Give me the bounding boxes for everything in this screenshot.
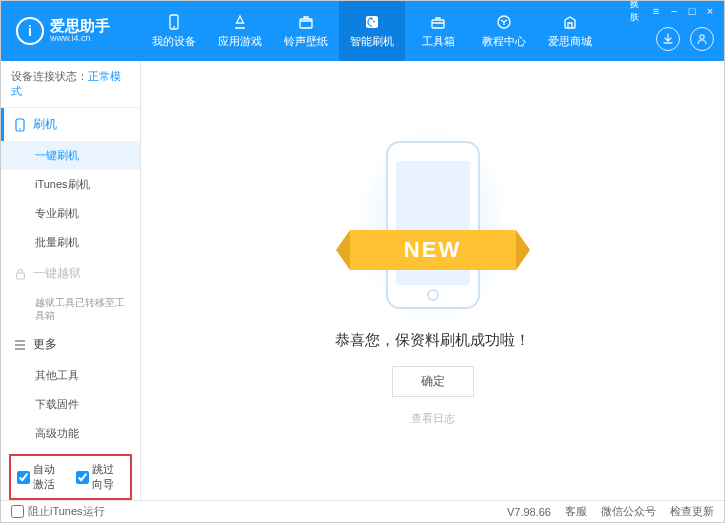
phone-icon: [13, 118, 27, 132]
jailbreak-note: 越狱工具已转移至工具箱: [1, 290, 140, 328]
download-icon[interactable]: [656, 27, 680, 51]
nav-4[interactable]: 工具箱: [405, 1, 471, 61]
success-message: 恭喜您，保资料刷机成功啦！: [335, 331, 530, 350]
window-controls: 换肤 ≡ − □ ×: [630, 4, 718, 18]
nav-6[interactable]: 爱思商城: [537, 1, 603, 61]
nav-icon-3: [362, 14, 382, 30]
brand-url: www.i4.cn: [50, 34, 110, 44]
footer: 阻止iTunes运行 V7.98.66 客服 微信公众号 检查更新: [1, 500, 724, 522]
nav-icon-1: [230, 14, 250, 30]
version-label: V7.98.66: [507, 506, 551, 518]
svg-point-6: [700, 35, 704, 39]
minimize-button[interactable]: −: [666, 4, 682, 18]
nav-3[interactable]: 智能刷机: [339, 1, 405, 61]
svg-rect-9: [16, 273, 24, 279]
sidebar-item-flash-0[interactable]: 一键刷机: [1, 141, 140, 170]
brand-name: 爱思助手: [50, 18, 110, 35]
sidebar-item-flash-3[interactable]: 批量刷机: [1, 228, 140, 257]
theme-button[interactable]: 换肤: [630, 4, 646, 18]
svg-rect-4: [432, 20, 444, 28]
section-more[interactable]: 更多: [1, 328, 140, 361]
checkbox-highlight-box: 自动激活 跳过向导: [9, 454, 132, 500]
nav-2[interactable]: 铃声壁纸: [273, 1, 339, 61]
update-link[interactable]: 检查更新: [670, 504, 714, 519]
nav-icon-0: [164, 14, 184, 30]
maximize-button[interactable]: □: [684, 4, 700, 18]
phone-illustration: NEW: [368, 135, 498, 315]
sidebar-item-more-2[interactable]: 高级功能: [1, 419, 140, 448]
main-content: NEW 恭喜您，保资料刷机成功啦！ 确定 查看日志: [141, 61, 724, 500]
ok-button[interactable]: 确定: [392, 366, 474, 397]
sidebar-item-flash-1[interactable]: iTunes刷机: [1, 170, 140, 199]
header: i 爱思助手 www.i4.cn 我的设备应用游戏铃声壁纸智能刷机工具箱教程中心…: [1, 1, 724, 61]
svg-point-8: [19, 128, 21, 130]
logo-area: i 爱思助手 www.i4.cn: [1, 17, 141, 45]
support-link[interactable]: 客服: [565, 504, 587, 519]
lock-icon: [13, 268, 27, 280]
sidebar: 设备连接状态：正常模式 刷机 一键刷机iTunes刷机专业刷机批量刷机 一键越狱…: [1, 61, 141, 500]
list-icon: [13, 340, 27, 350]
section-flash[interactable]: 刷机: [1, 108, 140, 141]
close-button[interactable]: ×: [702, 4, 718, 18]
nav-0[interactable]: 我的设备: [141, 1, 207, 61]
nav-icon-6: [560, 14, 580, 30]
nav-5[interactable]: 教程中心: [471, 1, 537, 61]
nav-icon-2: [296, 14, 316, 30]
logo-icon: i: [16, 17, 44, 45]
sidebar-item-more-0[interactable]: 其他工具: [1, 361, 140, 390]
nav-1[interactable]: 应用游戏: [207, 1, 273, 61]
menu-button[interactable]: ≡: [648, 4, 664, 18]
wechat-link[interactable]: 微信公众号: [601, 504, 656, 519]
new-ribbon: NEW: [350, 230, 516, 270]
sidebar-item-more-1[interactable]: 下载固件: [1, 390, 140, 419]
sidebar-item-flash-2[interactable]: 专业刷机: [1, 199, 140, 228]
connection-status: 设备连接状态：正常模式: [1, 61, 140, 108]
section-jailbreak: 一键越狱: [1, 257, 140, 290]
user-icon[interactable]: [690, 27, 714, 51]
checkbox-skip-guide[interactable]: 跳过向导: [76, 462, 125, 492]
svg-point-1: [173, 26, 175, 28]
checkbox-block-itunes[interactable]: 阻止iTunes运行: [11, 504, 105, 519]
nav-icon-5: [494, 14, 514, 30]
checkbox-auto-activate[interactable]: 自动激活: [17, 462, 66, 492]
view-log-link[interactable]: 查看日志: [411, 411, 455, 426]
nav-icon-4: [428, 14, 448, 30]
